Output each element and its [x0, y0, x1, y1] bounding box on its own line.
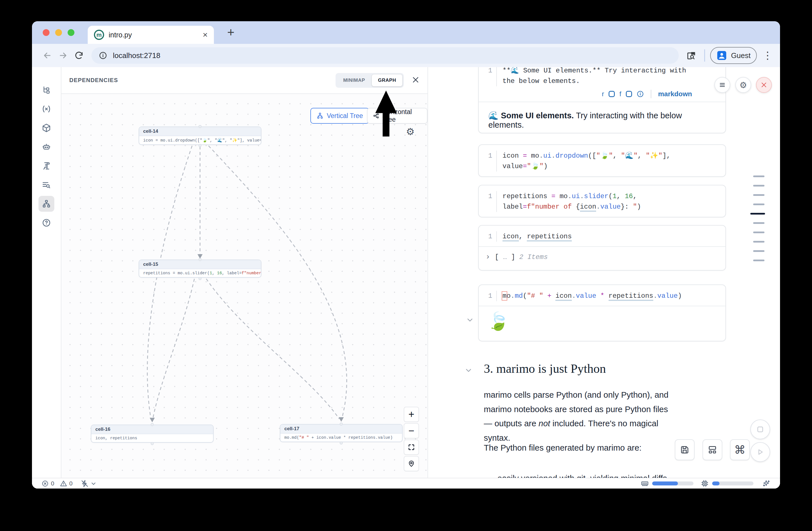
cell-close-button[interactable]: [756, 77, 772, 93]
robot-icon: [42, 142, 51, 152]
sidebar-item-dependencies[interactable]: [39, 196, 54, 212]
close-panel-button[interactable]: [412, 76, 420, 85]
close-icon: [412, 76, 420, 84]
sidebar-item-documentation[interactable]: [39, 177, 54, 193]
cell-editor[interactable]: 1 icon, repetitions: [479, 226, 725, 246]
minimize-window-button[interactable]: [55, 29, 62, 36]
locate-button[interactable]: [404, 456, 419, 471]
toggle-minimap[interactable]: MINIMAP: [337, 74, 371, 86]
graph-node-cell-17[interactable]: cell-17 mo.md("# " + icon.value * repeti…: [280, 424, 403, 442]
r-toggle-label: r: [602, 90, 604, 98]
notebook-cell-slider[interactable]: 1 repetitions = mo.ui.slider(1, 16,label…: [478, 185, 726, 217]
chevron-down-icon[interactable]: [90, 480, 97, 487]
expand-caret-icon[interactable]: ›: [485, 253, 490, 261]
code-content[interactable]: repetitions = mo.ui.slider(1, 16,label=f…: [497, 191, 647, 212]
close-window-button[interactable]: [43, 29, 49, 36]
code-content[interactable]: **🌊 Some UI elements.** Try interacting …: [497, 67, 692, 86]
notebook-pane: 1 **🌊 Some UI elements.** Try interactin…: [428, 67, 780, 478]
minimap-cell-marker[interactable]: [753, 185, 765, 187]
ram-icon[interactable]: [641, 479, 649, 487]
node-port: [199, 258, 202, 261]
section-paragraph-2: The Python files generated by marimo are…: [484, 441, 673, 455]
notebook-cell-tuple[interactable]: 1 icon, repetitions › [ … ] 2 Items: [478, 225, 726, 271]
fit-view-icon: [408, 444, 415, 451]
maximize-window-button[interactable]: [68, 29, 74, 36]
minimap-cell-marker[interactable]: [753, 222, 765, 224]
graph-settings-button[interactable]: ⚙: [406, 127, 415, 137]
language-badge[interactable]: markdown: [658, 90, 692, 98]
r-checkbox[interactable]: [609, 91, 615, 97]
minimap-cell-marker[interactable]: [753, 203, 765, 205]
sidebar-item-file-explorer[interactable]: [39, 82, 54, 98]
graph-node-cell-15[interactable]: cell-15 repetitions = mo.ui.slider(1, 16…: [139, 260, 261, 278]
vertical-tree-label: Vertical Tree: [327, 112, 363, 120]
sidebar-item-ai-assistant[interactable]: [39, 139, 54, 155]
site-info-icon[interactable]: [99, 51, 107, 60]
minimap-cell-marker[interactable]: [753, 175, 765, 177]
minimap-cell-marker-active[interactable]: [750, 213, 765, 215]
url-bar[interactable]: localhost:2718: [91, 47, 679, 64]
browser-tab[interactable]: m intro.py ×: [88, 26, 214, 44]
errors-icon[interactable]: [42, 480, 49, 487]
sidebar-item-logs[interactable]: [39, 158, 54, 174]
run-button[interactable]: [750, 442, 770, 462]
notebook-cell-dropdown[interactable]: 1 icon = mo.ui.dropdown(["🍃", "🌊", "✨"],…: [478, 144, 726, 177]
help-icon: [42, 218, 51, 227]
cell-editor[interactable]: 1 mo.md("# " + icon.value * repetitions.…: [479, 285, 725, 306]
cell-editor[interactable]: 1 **🌊 Some UI elements.** Try interactin…: [479, 67, 725, 86]
notebook-cell-markdown[interactable]: 1 **🌊 Some UI elements.** Try interactin…: [478, 67, 726, 133]
graph-node-cell-14[interactable]: cell-14 icon = mo.ui.dropdown(["🍃", "🌊",…: [139, 127, 261, 145]
profile-button[interactable]: Guest: [710, 47, 757, 64]
guest-label: Guest: [731, 51, 751, 60]
sidebar-item-variables[interactable]: [39, 101, 54, 117]
minimap-cell-marker[interactable]: [753, 194, 765, 196]
ram-usage-fill: [652, 482, 678, 485]
section-collapse-chevron-icon[interactable]: [464, 366, 473, 376]
graph-canvas[interactable]: Vertical Tree Horizontal Tree ⚙ cell-14 …: [61, 94, 427, 478]
fit-view-button[interactable]: [404, 440, 419, 455]
back-button[interactable]: [39, 47, 55, 63]
search-tabs-button[interactable]: [683, 47, 699, 63]
dependencies-header: DEPENDENCIES MINIMAP GRAPH: [61, 67, 427, 94]
warnings-icon[interactable]: [60, 480, 67, 487]
cell-menu-button[interactable]: [714, 77, 730, 93]
minimap-cell-marker[interactable]: [753, 231, 765, 233]
sidebar-item-help[interactable]: [39, 215, 54, 231]
graph-node-cell-16[interactable]: cell-16 icon, repetitions: [91, 425, 214, 443]
new-tab-button[interactable]: +: [227, 25, 234, 39]
autorun-disabled-icon[interactable]: [81, 480, 89, 487]
f-checkbox[interactable]: [626, 91, 632, 97]
cell-editor[interactable]: 1 icon = mo.ui.dropdown(["🍃", "🌊", "✨"],…: [479, 145, 725, 172]
code-content[interactable]: icon, repetitions: [497, 231, 578, 242]
browser-tab-strip: m intro.py × +: [32, 21, 780, 44]
node-code: mo.md("# " + icon.value * repetitions.va…: [280, 434, 402, 442]
cell-settings-button[interactable]: ⚙: [735, 77, 751, 93]
zoom-out-button[interactable]: −: [404, 423, 419, 439]
zoom-in-button[interactable]: +: [404, 407, 419, 422]
ai-sparkle-icon[interactable]: [762, 479, 770, 488]
error-count: 0: [51, 480, 54, 487]
layout-toggle-button[interactable]: [702, 439, 722, 460]
notebook-cell-momd[interactable]: 1 mo.md("# " + icon.value * repetitions.…: [478, 285, 726, 341]
stop-button[interactable]: [750, 419, 770, 439]
info-icon[interactable]: [637, 90, 644, 98]
horizontal-tree-label: Horizontal Tree: [382, 108, 421, 124]
reload-button[interactable]: [71, 47, 87, 63]
code-content[interactable]: mo.md("# " + icon.value * repetitions.va…: [497, 291, 687, 301]
tab-close-icon[interactable]: ×: [203, 31, 208, 39]
collapse-chevron-icon[interactable]: [466, 316, 474, 325]
code-content[interactable]: icon = mo.ui.dropdown(["🍃", "🌊", "✨"],va…: [497, 150, 676, 172]
vertical-tree-button[interactable]: Vertical Tree: [310, 108, 369, 124]
minimap-cell-marker[interactable]: [753, 260, 765, 261]
horizontal-tree-button[interactable]: Horizontal Tree: [367, 108, 427, 124]
forward-button[interactable]: [55, 47, 71, 63]
command-palette-button[interactable]: ⌘: [730, 439, 750, 460]
save-button[interactable]: [675, 439, 695, 460]
sidebar-item-packages[interactable]: [39, 120, 54, 136]
minimap-cell-marker[interactable]: [753, 250, 765, 252]
browser-menu-button[interactable]: ⋮: [763, 51, 773, 60]
cpu-icon[interactable]: [701, 479, 709, 487]
minimap-cell-marker[interactable]: [753, 241, 765, 243]
toggle-graph[interactable]: GRAPH: [372, 74, 402, 86]
cell-editor[interactable]: 1 repetitions = mo.ui.slider(1, 16,label…: [479, 185, 725, 212]
